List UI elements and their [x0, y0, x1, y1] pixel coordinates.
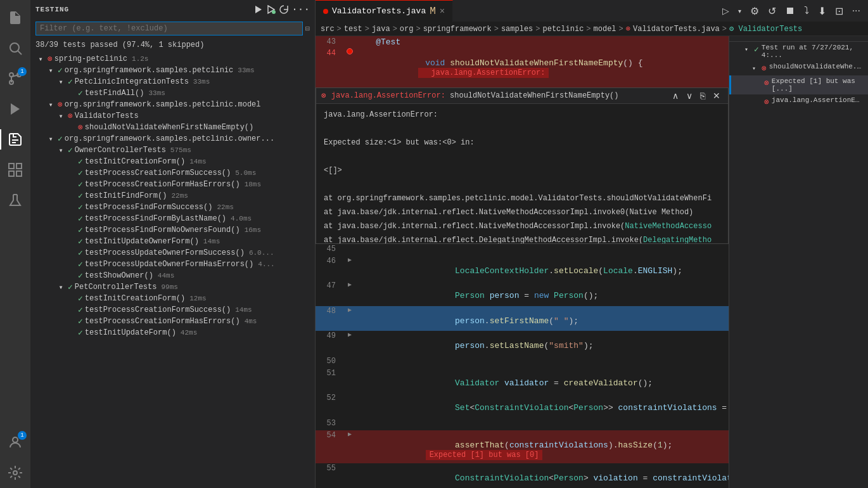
flask-icon[interactable] — [0, 185, 30, 215]
chevron-testrun — [741, 44, 751, 55]
filter-input[interactable] — [35, 22, 303, 35]
breadcrumb-test[interactable]: test — [344, 25, 362, 34]
show-output-icon[interactable] — [301, 112, 310, 120]
files-icon[interactable] — [0, 3, 30, 33]
tree-label-testprocesscreationerrors: testProcessCreationFormHasErrors() — [85, 180, 240, 189]
svg-rect-11 — [16, 171, 22, 176]
code-line-46: 46 ▶ LocaleContextHolder.setLocale(Local… — [316, 256, 729, 281]
activity-bar: 1 1 — [0, 0, 30, 488]
tree-label-testinitcreation2: testInitCreationForm() — [85, 294, 185, 303]
right-panel-item-assertionerr[interactable]: ⊗ java.lang.AssertionErr... — [729, 94, 868, 109]
testing-icon[interactable] — [0, 124, 30, 155]
run-debug-icon[interactable] — [0, 94, 30, 124]
accounts-icon[interactable]: 1 — [0, 427, 30, 458]
code-line-54: 54 ▶ assertThat(constraintViolations).ha… — [316, 430, 729, 463]
extensions-icon[interactable] — [0, 155, 30, 185]
pass-icon-7: ✓ — [78, 168, 83, 178]
pass-icon-16: ✓ — [78, 271, 83, 281]
tree-item-petcontrollertests[interactable]: ✓ PetControllerTests 99ms — [30, 281, 315, 293]
filter-icon[interactable]: ⊟ — [305, 24, 310, 34]
tree-item-testprocesscreationerrors2[interactable]: ✓ testProcessCreationFormHasErrors() 4ms — [30, 316, 315, 327]
tree-item-shouldnotvalidate[interactable]: ⊗ shouldNotValidateWhenFirstNameEmpty() — [30, 122, 315, 133]
editor-and-panel: 43 @Test 44 void shouldNotValidateWhenFi… — [316, 36, 868, 488]
tree-item-testinitupdate2[interactable]: ✓ testInitUpdateForm() 42ms — [30, 327, 315, 338]
tree-item-testprocesscreationsuccess[interactable]: ✓ testProcessCreationFormSuccess() 5.0ms — [30, 167, 315, 179]
svg-rect-19 — [302, 114, 309, 119]
breadcrumb-validatortests-java[interactable]: ValidatorTests.java — [633, 25, 720, 34]
copy-error-button[interactable]: ⎘ — [698, 91, 708, 101]
tree-item-org-petclinic[interactable]: ✓ org.springframework.samples.petclinic … — [30, 65, 315, 76]
tab-modified-dot: M — [430, 6, 436, 16]
breadcrumb-src[interactable]: src — [321, 25, 335, 34]
prev-error-button[interactable]: ∧ — [670, 91, 681, 101]
next-error-button[interactable]: ∨ — [684, 91, 695, 101]
tree-item-testprocesscreation2[interactable]: ✓ testProcessCreationFormSuccess() 14ms — [30, 304, 315, 316]
error-link-2[interactable]: DelegatingMetho — [643, 236, 712, 243]
pass-icon-10: ✓ — [78, 202, 83, 212]
tree-label-testinitcreation: testInitCreationForm() — [85, 157, 185, 166]
right-panel-item-expected[interactable]: ⊗ Expected [1] but was [...] — [729, 75, 868, 94]
error-line-3: Expected size:<1> but was:<0> in: — [324, 137, 720, 148]
tree-item-ownercontrollertests[interactable]: ✓ OwnerControllerTests 575ms — [30, 144, 315, 156]
tree-item-testprocessupdateerrors[interactable]: ✓ testProcessUpdateOwnerFormHasErrors() … — [30, 259, 315, 270]
step-over-button[interactable]: ⤵ — [801, 4, 812, 18]
tree-item-validatortests[interactable]: ⊗ ValidatorTests — [30, 110, 315, 122]
code-line-47: 47 ▶ Person person = new Person(); — [316, 281, 729, 305]
breadcrumb-petclinic[interactable]: petclinic — [543, 25, 584, 34]
run-test-icon[interactable] — [281, 112, 290, 120]
run-with-coverage-icon[interactable] — [266, 4, 276, 15]
tree-item-org-petclinic-model[interactable]: ⊗ org.springframework.samples.petclinic.… — [30, 99, 315, 110]
tab-validatortests[interactable]: ValidatorTests.java M × — [316, 0, 453, 22]
fail-icon-3: ⊗ — [68, 111, 73, 121]
run-with-coverage-test-icon[interactable] — [291, 112, 300, 120]
tree-item-org-petclinic-owner[interactable]: ✓ org.springframework.samples.petclinic.… — [30, 133, 315, 144]
breadcrumb-model[interactable]: model — [594, 25, 616, 34]
tree-item-testinitcreationform[interactable]: ✓ testInitCreationForm() 14ms — [30, 156, 315, 167]
error-link-1[interactable]: NativeMethodAccesso — [625, 222, 712, 231]
run-all-icon[interactable] — [253, 4, 264, 15]
tab-close-button[interactable]: × — [440, 6, 445, 16]
breadcrumb-validatortests-class[interactable]: ⚙ ValidatorTests — [729, 24, 802, 34]
stop-button[interactable]: ⏹ — [782, 4, 798, 18]
tree-item-petclinic-integration[interactable]: ✓ PetclinicIntegrationTests 33ms — [30, 76, 315, 87]
tree-item-testprocessfindnoowners[interactable]: ✓ testProcessFindFormNoOwnersFound() 16m… — [30, 224, 315, 236]
tree-item-testprocessfindsuccess[interactable]: ✓ testProcessFindFormSuccess() 22ms — [30, 202, 315, 213]
close-error-button[interactable]: ✕ — [710, 91, 723, 101]
right-panel-item-shouldnotvalidate[interactable]: ⊗ shouldNotValidateWhe... — [729, 61, 868, 75]
search-icon[interactable] — [0, 33, 30, 63]
breadcrumb-org[interactable]: org — [400, 25, 414, 34]
tree-item-testfindall[interactable]: ✓ testFindAll() 33ms — [30, 87, 315, 99]
more-button[interactable]: ··· — [850, 4, 863, 18]
restart-button[interactable]: ↺ — [765, 4, 779, 18]
debug-button[interactable]: ⚙ — [748, 4, 762, 18]
svg-point-13 — [13, 471, 17, 475]
tree-label-org-petclinic-owner: org.springframework.samples.petclinic.ow… — [65, 134, 274, 143]
tree-item-testinitfindform[interactable]: ✓ testInitFindForm() 22ms — [30, 190, 315, 202]
sidebar-title: TESTING — [35, 6, 69, 13]
breadcrumb-samples[interactable]: samples — [501, 25, 533, 34]
right-panel-item-testrun[interactable]: ✓ Test run at 7/27/2021, 4:... — [729, 42, 868, 61]
tree-item-testprocesscreationerrors[interactable]: ✓ testProcessCreationFormHasErrors() 18m… — [30, 179, 315, 190]
settings-icon[interactable] — [0, 458, 30, 488]
tree-item-testprocessupdatesuccess[interactable]: ✓ testProcessUpdateOwnerFormSuccess() 6.… — [30, 247, 315, 259]
fail-icon-2: ⊗ — [58, 100, 63, 110]
run-button[interactable]: ▷ — [720, 4, 732, 17]
tree-label-testprocessupdateerrors: testProcessUpdateOwnerFormHasErrors() — [85, 260, 253, 269]
split-editor-button[interactable]: ⊡ — [833, 4, 846, 18]
pass-icon-17: ✓ — [68, 282, 73, 292]
step-into-button[interactable]: ⬇ — [815, 4, 829, 18]
tree-item-spring-petclinic[interactable]: ⊗ spring-petclinic 1.2s — [30, 53, 315, 65]
time-org-petclinic: 33ms — [238, 67, 254, 74]
breadcrumb-java[interactable]: java — [372, 25, 390, 34]
svg-marker-14 — [255, 6, 262, 13]
tree-item-testshowowner[interactable]: ✓ testShowOwner() 44ms — [30, 270, 315, 281]
refresh-icon[interactable] — [279, 4, 289, 15]
more-actions[interactable]: ··· — [291, 4, 310, 15]
code-line-44: 44 void shouldNotValidateWhenFirstNameEm… — [316, 48, 729, 87]
run-dropdown-button[interactable]: ▾ — [736, 6, 744, 16]
breadcrumb-springframework[interactable]: springframework — [423, 25, 492, 34]
tree-item-testinitcreation2[interactable]: ✓ testInitCreationForm() 12ms — [30, 293, 315, 304]
tree-item-testinitupdate[interactable]: ✓ testInitUpdateOwnerForm() 14ms — [30, 236, 315, 247]
tree-item-testprocessfindbylastname[interactable]: ✓ testProcessFindFormByLastName() 4.0ms — [30, 213, 315, 224]
source-control-icon[interactable]: 1 — [0, 63, 30, 94]
